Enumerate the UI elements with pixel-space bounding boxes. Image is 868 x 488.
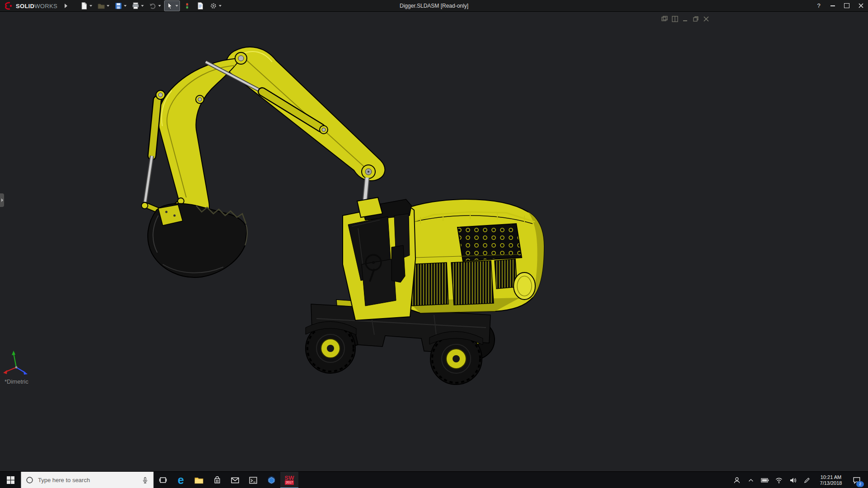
doc-minimize-icon[interactable] [682, 15, 689, 22]
tile-windows-icon[interactable] [671, 15, 678, 22]
rebuild-stoplight-icon [183, 2, 191, 10]
action-center-button[interactable]: 2 [851, 474, 863, 486]
clock-date: 7/13/2018 [817, 480, 845, 486]
file-explorer-button[interactable] [190, 472, 208, 488]
orientation-triad [0, 346, 36, 382]
print-button[interactable] [130, 0, 146, 11]
excavator-boom[interactable] [142, 47, 385, 219]
file-explorer-icon [194, 477, 203, 484]
console-icon [249, 477, 257, 484]
volume-icon[interactable] [789, 476, 797, 484]
tray-chevron-up-icon[interactable] [747, 476, 755, 484]
excavator-model[interactable] [0, 11, 868, 471]
solidworks-brand: SOLIDWORKS [0, 2, 57, 10]
open-button[interactable] [95, 0, 111, 11]
clock-time: 10:21 AM [817, 474, 845, 480]
save-icon [114, 2, 123, 10]
taskbar-clock[interactable]: 10:21 AM 7/13/2018 [817, 474, 845, 486]
store-icon [213, 476, 221, 484]
notification-badge: 2 [856, 481, 864, 487]
brand-works: WORKS [34, 3, 57, 9]
dropdown-arrow-icon[interactable] [219, 5, 222, 7]
battery-icon[interactable] [761, 476, 769, 484]
people-icon[interactable] [733, 476, 741, 484]
rebuild-button[interactable] [181, 0, 193, 11]
windows-logo-icon [7, 476, 14, 484]
store-button[interactable] [208, 472, 226, 488]
options-gear-icon [209, 2, 217, 10]
brand-solid: SOLID [16, 3, 34, 9]
new-document-icon [80, 2, 88, 10]
solidworks-icon: SW 2017 [285, 476, 294, 485]
open-folder-icon [97, 2, 105, 10]
task-view-button[interactable] [154, 472, 172, 488]
blue-cube-app-icon [267, 476, 276, 484]
solidworks-app-button[interactable]: SW 2017 [280, 472, 298, 488]
file-properties-icon [196, 2, 204, 10]
document-window-controls [661, 15, 709, 22]
main-toolbar [78, 0, 223, 11]
dropdown-arrow-icon[interactable] [107, 5, 109, 7]
select-cursor-icon [166, 2, 174, 10]
search-input[interactable] [37, 476, 138, 484]
edge-icon: e [178, 474, 184, 486]
dropdown-arrow-icon[interactable] [90, 5, 92, 7]
view-orientation-label: *Dimetric [5, 378, 28, 385]
print-icon [132, 2, 140, 10]
titlebar: SOLIDWORKS [0, 0, 868, 12]
expand-arrow-icon [1, 198, 3, 202]
excavator-cab[interactable] [343, 199, 415, 320]
file-properties-button[interactable] [194, 0, 206, 11]
undo-icon [149, 2, 157, 10]
dassault-logo-icon [4, 2, 14, 10]
doc-restore-icon[interactable] [692, 15, 699, 22]
dropdown-arrow-icon[interactable] [158, 5, 161, 7]
microphone-icon[interactable] [142, 477, 149, 484]
select-tool-button[interactable] [164, 0, 180, 11]
task-view-icon [159, 476, 167, 484]
minimize-button[interactable] [829, 2, 836, 9]
taskbar-search[interactable] [21, 472, 154, 488]
dropdown-arrow-icon[interactable] [175, 5, 178, 7]
console-button[interactable] [244, 472, 262, 488]
solidworks-icon-year: 2017 [285, 480, 294, 485]
save-button[interactable] [113, 0, 128, 11]
menu-flyout-arrow-icon[interactable] [65, 4, 67, 8]
window-controls: ? [815, 0, 864, 11]
taskbar: e [0, 471, 868, 488]
dropdown-arrow-icon[interactable] [124, 5, 127, 7]
desktop: SOLIDWORKS [0, 0, 868, 488]
cortana-icon [26, 476, 33, 484]
edge-button[interactable]: e [172, 472, 190, 488]
dropdown-arrow-icon[interactable] [141, 5, 144, 7]
help-button[interactable]: ? [815, 2, 822, 9]
excavator-body[interactable] [404, 199, 544, 313]
system-tray: 10:21 AM 7/13/2018 2 [733, 472, 868, 488]
new-window-icon[interactable] [661, 15, 668, 22]
mail-icon [231, 477, 239, 483]
new-document-button[interactable] [78, 0, 94, 11]
network-icon[interactable] [775, 476, 783, 484]
graphics-viewport[interactable]: *Dimetric [0, 11, 868, 471]
window-title: Digger.SLDASM [Read-only] [400, 3, 468, 9]
excavator-bucket[interactable] [148, 203, 247, 277]
blue-cube-app-button[interactable] [262, 472, 280, 488]
close-button[interactable] [857, 2, 864, 9]
doc-close-icon[interactable] [703, 15, 709, 22]
maximize-button[interactable] [843, 2, 850, 9]
feature-manager-collapsed-tab[interactable] [0, 193, 4, 207]
mail-button[interactable] [226, 472, 244, 488]
undo-button[interactable] [147, 0, 163, 11]
solidworks-icon-label: SW [285, 476, 294, 480]
pen-icon[interactable] [803, 476, 811, 484]
options-button[interactable] [208, 0, 223, 11]
start-button[interactable] [0, 472, 21, 488]
